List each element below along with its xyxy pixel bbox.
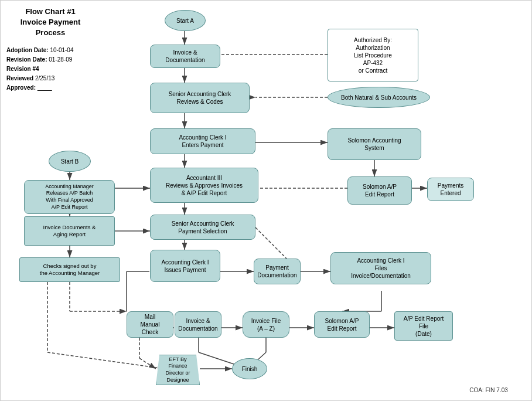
svg-line-34 xyxy=(139,358,156,369)
solomon-system: Solomon Accounting System xyxy=(328,128,421,160)
payments-entered: Payments Entered xyxy=(427,178,474,201)
authorized-by: Authorized By: Authorization List Proced… xyxy=(328,29,418,81)
accounting-clerk-issues: Accounting Clerk I Issues Payment xyxy=(150,250,220,282)
accounting-clerk-enters: Accounting Clerk I Enters Payment xyxy=(150,128,255,154)
ap-edit-report-file: A/P Edit Report File (Date) xyxy=(394,311,453,341)
start-a: Start A xyxy=(165,10,206,31)
chart-title: Flow Chart #1Invoice PaymentProcess xyxy=(6,6,94,39)
solomon-ap-2: Solomon A/P Edit Report xyxy=(314,311,370,338)
payment-documentation: Payment Documentation xyxy=(254,259,301,284)
senior-clerk-payment: Senior Accounting Clerk Payment Selectio… xyxy=(150,215,255,240)
eft-by-finance: EFT By Finance Director or Designee xyxy=(156,355,200,385)
invoice-doc-1: Invoice & Documentation xyxy=(150,45,220,68)
info-panel: Flow Chart #1Invoice PaymentProcess Adop… xyxy=(6,6,94,93)
coa-label: COA: FIN 7.03 xyxy=(456,384,521,396)
accounting-manager: Accounting Manager Releases A/P Batch Wi… xyxy=(24,180,115,214)
invoice-docs-aging: Invoice Documents & Aging Report xyxy=(24,216,115,246)
svg-line-41 xyxy=(47,352,165,369)
solomon-ap: Solomon A/P Edit Report xyxy=(347,176,412,205)
info-text: Adoption Date: 10-01-04 Revision Date: 0… xyxy=(6,46,94,93)
invoice-doc-2: Invoice & Documentation xyxy=(175,311,221,338)
invoice-file: Invoice File (A – Z) xyxy=(243,311,289,338)
accounting-clerk-files: Accounting Clerk I Files Invoice/Documen… xyxy=(330,252,431,284)
start-b: Start B xyxy=(49,151,91,172)
senior-clerk-reviews: Senior Accounting Clerk Reviews & Codes xyxy=(150,83,250,113)
both-natural: Both Natural & Sub Accounts xyxy=(328,87,430,108)
page: Flow Chart #1Invoice PaymentProcess Adop… xyxy=(0,0,532,401)
checks-signed: Checks signed out by the Accounting Mana… xyxy=(19,257,120,282)
mail-manual-check: Mail Manual Check xyxy=(127,311,173,338)
accountant-reviews: Accountant III Reviews & Approves Invoic… xyxy=(150,168,258,203)
finish: Finish xyxy=(232,358,267,379)
